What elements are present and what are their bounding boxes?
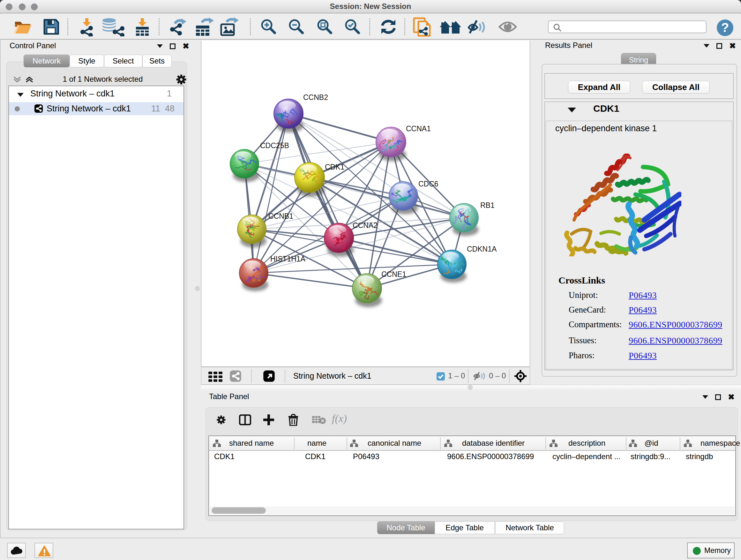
svg-text:CCNA2: CCNA2 <box>353 221 378 230</box>
svg-text:CCNE1: CCNE1 <box>381 270 406 278</box>
svg-text:RB1: RB1 <box>480 201 495 209</box>
svg-text:CDK1: CDK1 <box>325 163 344 171</box>
svg-text:CCNB2: CCNB2 <box>303 93 328 102</box>
svg-text:HIST1H1A: HIST1H1A <box>270 255 306 263</box>
svg-text:CCNA1: CCNA1 <box>406 125 431 133</box>
svg-text:CDC25B: CDC25B <box>260 141 289 150</box>
svg-text:CCNB1: CCNB1 <box>268 212 293 220</box>
svg-text:CDC6: CDC6 <box>418 180 439 188</box>
svg-text:?: ? <box>721 20 729 35</box>
svg-text:CDKN1A: CDKN1A <box>467 245 497 253</box>
